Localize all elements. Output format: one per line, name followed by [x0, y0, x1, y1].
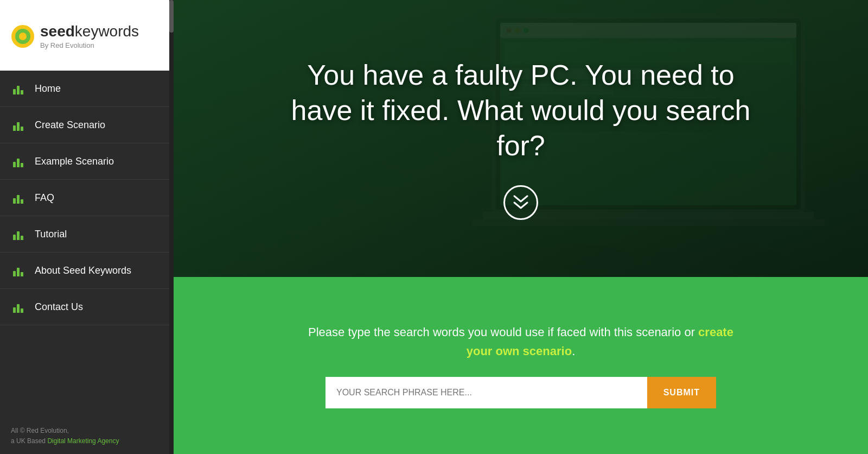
sidebar-item-create-scenario[interactable]: Create Scenario [0, 107, 174, 143]
sidebar: seedkeywords By Red Evolution Home Creat… [0, 0, 174, 454]
submit-button[interactable]: SUBMIT [647, 377, 716, 408]
scroll-down-button[interactable] [503, 185, 538, 220]
logo-name: seedkeywords [40, 23, 139, 40]
footer-text: All © Red Evolution, a UK Based Digital … [11, 426, 163, 446]
chevron-double-down-icon [512, 195, 529, 210]
search-row: SUBMIT [326, 377, 716, 408]
search-description: Please type the search words you would u… [304, 323, 738, 361]
logo-area: seedkeywords By Red Evolution [0, 0, 174, 71]
sidebar-item-label: Create Scenario [35, 119, 105, 131]
logo-icon [11, 24, 35, 48]
sidebar-item-tutorial[interactable]: Tutorial [0, 216, 174, 253]
hero-heading: You have a faulty PC. You need to have i… [277, 58, 765, 163]
footer-link[interactable]: Digital Marketing Agency [47, 437, 119, 445]
bar-chart-icon [13, 119, 25, 131]
bar-chart-icon [13, 83, 25, 94]
bar-chart-icon [13, 228, 25, 240]
sidebar-item-label: Tutorial [35, 229, 67, 240]
sidebar-nav: Home Create Scenario Example Scenario [0, 71, 174, 325]
sidebar-item-faq[interactable]: FAQ [0, 180, 174, 216]
sidebar-item-label: Contact Us [35, 301, 83, 313]
sidebar-footer: All © Red Evolution, a UK Based Digital … [0, 426, 174, 446]
scrollbar-thumb[interactable] [169, 0, 174, 33]
logo-sub: By Red Evolution [40, 41, 139, 49]
sidebar-item-label: FAQ [35, 192, 54, 204]
logo-text-block: seedkeywords By Red Evolution [40, 23, 139, 49]
main-content: You have a faulty PC. You need to have i… [174, 0, 868, 454]
search-section: Please type the search words you would u… [174, 277, 868, 454]
bar-chart-icon [13, 155, 25, 167]
hero-content: You have a faulty PC. You need to have i… [244, 58, 797, 220]
sidebar-item-about-seed-keywords[interactable]: About Seed Keywords [0, 253, 174, 289]
scrollbar-track[interactable] [169, 0, 174, 454]
sidebar-item-example-scenario[interactable]: Example Scenario [0, 143, 174, 180]
bar-chart-icon [13, 301, 25, 313]
search-input[interactable] [326, 377, 647, 408]
bar-chart-icon [13, 192, 25, 204]
svg-point-2 [19, 33, 27, 40]
sidebar-item-label: About Seed Keywords [35, 265, 131, 276]
sidebar-item-label: Example Scenario [35, 156, 114, 167]
hero-section: You have a faulty PC. You need to have i… [174, 0, 868, 277]
sidebar-item-home[interactable]: Home [0, 71, 174, 107]
bar-chart-icon [13, 264, 25, 276]
sidebar-item-contact-us[interactable]: Contact Us [0, 289, 174, 325]
sidebar-item-label: Home [35, 83, 61, 94]
